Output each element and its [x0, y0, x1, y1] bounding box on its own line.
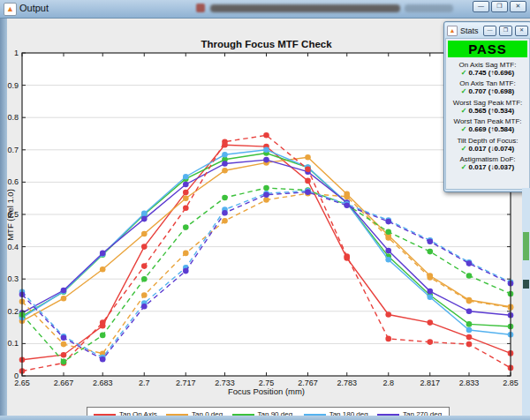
data-point-sag-0-deg [344, 194, 350, 200]
data-point-sag-0-deg [141, 292, 148, 298]
data-point-sag-0-deg [222, 218, 228, 224]
y-tick-label: 0.8 [7, 113, 19, 122]
stat-value-text: 0.017 (↓0.074) [469, 145, 515, 153]
stat-value-text: 0.017 (↓0.037) [469, 163, 515, 171]
stat-entry: On Axis Tan MTF:✓0.707 (↑0.698) [446, 79, 529, 95]
stat-label: On Axis Sag MTF: [446, 61, 529, 69]
data-point-tan-on-axis [428, 319, 434, 326]
window-title: Output [19, 3, 49, 13]
data-point-sag-90-deg [428, 249, 434, 255]
y-tick-label: 0.1 [7, 339, 19, 348]
y-tick-label: 0.3 [7, 274, 19, 283]
check-icon: ✓ [461, 125, 467, 133]
data-point-tan-0-deg [100, 266, 106, 273]
minimize-button[interactable]: — [473, 1, 489, 12]
stat-entry: Tilt Depth of Focus:✓0.017 (↓0.074) [446, 137, 529, 153]
data-point-sag-270-deg [183, 268, 189, 274]
data-point-sag-0-deg [61, 341, 67, 348]
stat-label: On Axis Tan MTF: [446, 79, 529, 87]
stats-close-button[interactable]: ✕ [515, 26, 528, 36]
data-point-tan-90-deg [466, 321, 473, 327]
data-point-tan-on-axis [305, 178, 311, 184]
data-point-sag-270-deg [385, 219, 391, 225]
data-point-tan-270-deg [263, 157, 269, 163]
stats-body: PASS On Axis Sag MTF:✓0.745 (↑0.696)On A… [445, 38, 530, 190]
stat-label: Worst Tan Peak MTF: [446, 117, 529, 125]
data-point-tan-180-deg [141, 211, 148, 217]
check-icon: ✓ [461, 145, 467, 153]
data-point-sag-on-axis [344, 253, 350, 259]
data-point-tan-270-deg [100, 251, 106, 257]
data-point-tan-180-deg [385, 257, 391, 263]
chart-title: Through Focus MTF Check [22, 39, 511, 49]
data-point-sag-90-deg [100, 333, 106, 339]
data-point-tan-on-axis [466, 334, 473, 341]
data-point-tan-270-deg [385, 248, 391, 254]
data-point-sag-270-deg [61, 335, 67, 341]
stat-label: Worst Sag Peak MTF: [446, 99, 529, 107]
desktop-bottom-edge [0, 416, 530, 420]
stat-entry: On Axis Sag MTF:✓0.745 (↑0.696) [446, 61, 529, 77]
data-point-tan-180-deg [183, 174, 189, 180]
check-icon: ✓ [461, 87, 467, 95]
y-tick-label: 0.9 [7, 81, 19, 90]
data-point-sag-90-deg [61, 359, 67, 365]
data-point-sag-90-deg [466, 273, 473, 279]
maximize-button[interactable]: ❐ [491, 1, 508, 12]
window-titlebar[interactable]: ▲ Output — ❐ ✕ [0, 0, 530, 19]
data-point-tan-270-deg [466, 309, 473, 315]
stats-entries: On Axis Sag MTF:✓0.745 (↑0.696)On Axis T… [446, 61, 529, 172]
data-point-sag-on-axis [141, 263, 148, 269]
y-tick-label: 0 [14, 371, 19, 380]
matlab-doc-icon: ▲ [4, 3, 17, 16]
data-point-tan-0-deg [183, 195, 189, 201]
desktop-right-edge [522, 188, 530, 420]
stat-entry: Worst Sag Peak MTF:✓0.565 (↑0.534) [446, 99, 529, 115]
stat-value: ✓0.017 (↓0.074) [446, 145, 529, 153]
data-point-tan-180-deg [263, 147, 269, 154]
data-point-tan-0-deg [222, 168, 228, 174]
data-point-sag-on-axis [100, 319, 106, 326]
stat-value: ✓0.565 (↑0.534) [446, 107, 529, 115]
data-point-tan-on-axis [385, 311, 391, 318]
stat-value-text: 0.745 (↑0.696) [469, 69, 515, 77]
data-point-sag-270-deg [141, 304, 148, 310]
data-point-sag-270-deg [263, 191, 269, 198]
editor-marker-green [523, 232, 529, 260]
data-point-tan-0-deg [305, 154, 311, 161]
data-point-tan-270-deg [428, 289, 434, 295]
data-point-sag-0-deg [466, 298, 473, 304]
data-point-sag-90-deg [385, 229, 391, 236]
data-point-tan-270-deg [61, 288, 67, 294]
y-tick-label: 0.2 [7, 307, 19, 316]
data-point-sag-on-axis [385, 336, 391, 342]
desktop-left-edge [0, 18, 7, 420]
y-tick-label: 0.7 [7, 146, 19, 154]
data-point-sag-270-deg [100, 356, 106, 363]
stats-minimize-button[interactable]: — [483, 26, 496, 36]
stats-titlebar[interactable]: ▲ Stats — ❐ ✕ [445, 23, 530, 38]
check-icon: ✓ [461, 163, 467, 171]
data-point-sag-270-deg [222, 210, 228, 216]
data-point-sag-270-deg [305, 189, 311, 195]
data-point-sag-0-deg [428, 274, 434, 281]
redacted-window-title [210, 4, 400, 12]
stat-value: ✓0.745 (↑0.696) [446, 69, 529, 77]
data-point-tan-180-deg [428, 294, 434, 300]
close-button[interactable]: ✕ [510, 1, 526, 12]
stats-maximize-button[interactable]: ❐ [499, 26, 512, 36]
stat-value-text: 0.669 (↑0.584) [469, 125, 515, 133]
check-icon: ✓ [461, 69, 467, 77]
stats-window[interactable]: ▲ Stats — ❐ ✕ PASS On Axis Sag MTF:✓0.74… [443, 21, 530, 192]
stat-label: Astigmatism DoF: [446, 155, 529, 163]
stat-value: ✓0.669 (↑0.584) [446, 125, 529, 133]
data-point-tan-on-axis [141, 244, 148, 250]
stat-entry: Astigmatism DoF:✓0.017 (↓0.037) [446, 155, 529, 171]
data-point-tan-on-axis [61, 352, 67, 358]
data-point-sag-90-deg [263, 185, 269, 191]
stat-entry: Worst Tan Peak MTF:✓0.669 (↑0.584) [446, 117, 529, 133]
redacted-window-title-2 [405, 4, 453, 12]
data-point-sag-0-deg [183, 251, 189, 257]
stat-value-text: 0.707 (↑0.698) [469, 87, 515, 95]
stat-value-text: 0.565 (↑0.534) [469, 107, 515, 115]
